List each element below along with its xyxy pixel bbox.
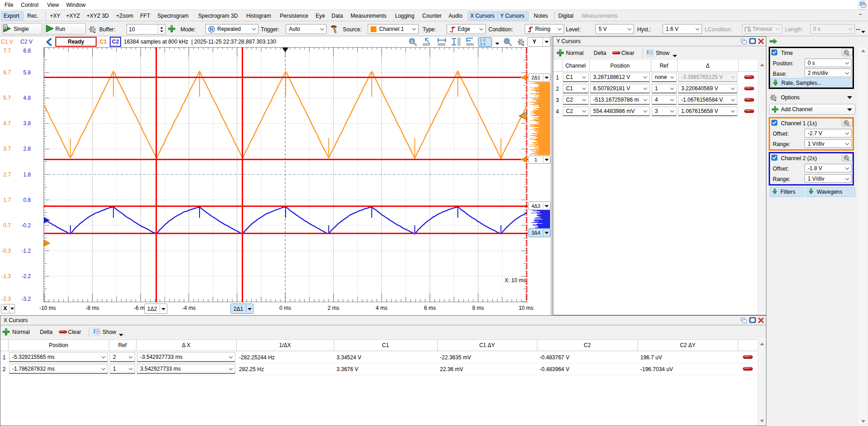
svg-text:1: 1 [411, 39, 413, 44]
svg-text:1: 1 [4, 25, 6, 29]
